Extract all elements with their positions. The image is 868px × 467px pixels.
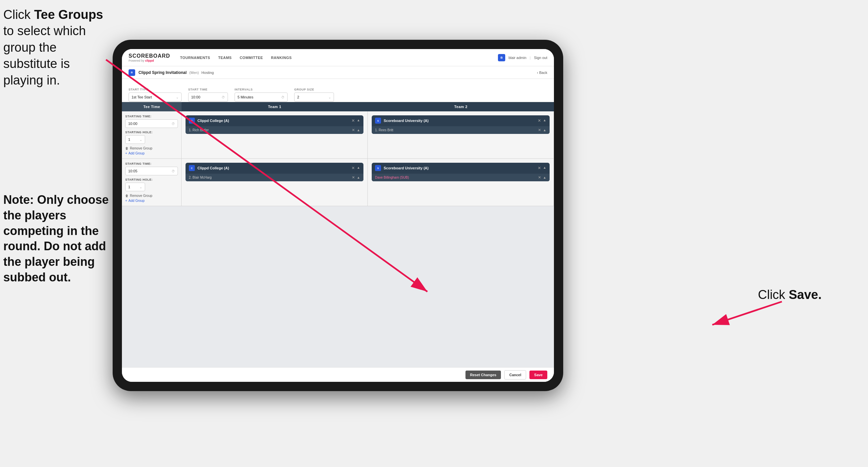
player-name-3: 2. Blair McHarg — [189, 176, 352, 179]
chevron-icon-player-2[interactable]: ▲ — [543, 128, 546, 132]
starting-time-label-2: STARTING TIME: — [125, 162, 178, 166]
time-input-2[interactable]: 10:05 ⏱ — [125, 167, 178, 175]
reset-changes-button[interactable]: Reset Changes — [465, 371, 501, 379]
team-name-2: Scoreboard University (A) — [384, 119, 535, 123]
nav-teams[interactable]: TEAMS — [218, 54, 231, 61]
chevron-up-icon-2[interactable]: ▲ — [543, 118, 546, 123]
clock-icon: ⏱ — [222, 95, 225, 99]
player-name-4: Dave Billingham (SUB) — [375, 176, 538, 179]
instruction-line1: Click — [3, 8, 34, 22]
start-type-label: Start Type — [128, 88, 182, 91]
chevron-up-icon-4[interactable]: ▲ — [543, 166, 546, 170]
admin-name: blair admin — [508, 56, 526, 60]
plus-icon: + — [125, 151, 127, 155]
chevron-up-icon-1[interactable]: ▲ — [357, 118, 360, 123]
chevron-icon-4: ⌄ — [140, 185, 142, 189]
logo-scoreboard: SCOREBOARD — [128, 53, 170, 59]
intervals-input[interactable]: 5 Minutes ⏱ — [235, 92, 287, 102]
team-name-3: Clippd College (A) — [197, 166, 349, 170]
intervals-label: Intervals — [235, 88, 287, 91]
navbar: SCOREBOARD Powered by clippd TOURNAMENTS… — [122, 49, 554, 66]
instruction-bold: Tee Groups — [34, 8, 103, 22]
left-panel-2: STARTING TIME: 10:05 ⏱ STARTING HOLE: 1 … — [122, 159, 182, 206]
back-button[interactable]: ‹ Back — [537, 70, 547, 75]
save-bold: Save. — [789, 288, 822, 301]
note-text: Note: Only choose the players competing … — [3, 192, 109, 285]
chevron-icon-player-3[interactable]: ▲ — [357, 176, 360, 179]
tablet-screen: SCOREBOARD Powered by clippd TOURNAMENTS… — [122, 49, 554, 382]
settings-bar: Start Type 1st Tee Start ⌄ Start Time 10… — [122, 79, 554, 102]
time-input-1[interactable]: 10:00 ⏱ — [125, 119, 178, 128]
trash-icon-2: 🗑 — [125, 194, 128, 198]
plus-icon-2: + — [125, 199, 127, 203]
nav-tournaments[interactable]: TOURNAMENTS — [180, 54, 210, 61]
team-icon-2: S — [375, 118, 381, 124]
group-size-field: Group Size 2 ⌄ — [294, 88, 334, 102]
svg-line-3 — [712, 301, 782, 325]
close-icon-4[interactable]: ✕ — [538, 166, 541, 170]
hosting-badge: Hosting — [202, 70, 214, 75]
nav-items: TOURNAMENTS TEAMS COMMITTEE RANKINGS — [180, 54, 498, 61]
add-group-button-1[interactable]: + Add Group — [125, 151, 178, 155]
team-card-2[interactable]: S Scoreboard University (A) ✕ ▲ 1. Rees … — [372, 115, 550, 134]
start-type-input[interactable]: 1st Tee Start ⌄ — [128, 92, 182, 102]
remove-group-button-1[interactable]: 🗑 Remove Group — [125, 146, 178, 150]
group-size-input[interactable]: 2 ⌄ — [294, 92, 334, 102]
logo-powered: Powered by clippd — [128, 59, 170, 62]
chevron-up-icon-3[interactable]: ▲ — [357, 166, 360, 170]
footer: Reset Changes Cancel Save — [122, 367, 554, 382]
close-icon-2[interactable]: ✕ — [538, 118, 541, 123]
nav-committee[interactable]: COMMITTEE — [240, 54, 263, 61]
table-header: Tee Time Team 1 Team 2 — [122, 102, 554, 111]
add-group-button-2[interactable]: + Add Group — [125, 199, 178, 203]
close-icon-player-3[interactable]: ✕ — [352, 175, 355, 180]
cancel-button[interactable]: Cancel — [504, 370, 526, 379]
start-time-label: Start Time — [188, 88, 228, 91]
close-icon-player-4[interactable]: ✕ — [538, 175, 541, 180]
trash-icon: 🗑 — [125, 146, 128, 150]
clock-icon-2: ⏱ — [281, 95, 285, 99]
team-panel-2-team2: S Scoreboard University (A) ✕ ▲ Dave Bil… — [368, 159, 554, 206]
starting-hole-label-2: STARTING HOLE: — [125, 178, 178, 181]
team-controls-2: ✕ ▲ — [538, 118, 546, 123]
hole-input-1[interactable]: 1 ⌄ — [125, 135, 145, 144]
signout-link[interactable]: Sign out — [534, 56, 547, 60]
nav-rankings[interactable]: RANKINGS — [271, 54, 292, 61]
team-controls-1: ✕ ▲ — [351, 118, 360, 123]
save-button[interactable]: Save — [529, 371, 547, 379]
player-name-1: 1. Rich Butler — [189, 128, 352, 132]
note-bold-prefix: Note: Only choose the players competing … — [3, 193, 108, 284]
instruction-line2: to select which group the substitute is … — [3, 24, 86, 87]
team-card-1[interactable]: C Clippd College (A) ✕ ▲ 1. Rich Butler … — [186, 115, 364, 134]
chevron-down-icon-2: ⌄ — [328, 95, 331, 99]
breadcrumb-subtitle: (Men) — [189, 70, 199, 75]
team-panel-2-team1: C Clippd College (A) ✕ ▲ 2. Blair McHarg… — [182, 159, 368, 206]
close-icon-1[interactable]: ✕ — [351, 118, 355, 123]
avatar: B — [498, 54, 505, 61]
start-time-input[interactable]: 10:00 ⏱ — [188, 92, 228, 102]
team-card-header-2: S Scoreboard University (A) ✕ ▲ — [372, 115, 550, 126]
team-card-4[interactable]: S Scoreboard University (A) ✕ ▲ Dave Bil… — [372, 163, 550, 181]
team1-header: Team 1 — [182, 102, 368, 111]
hole-input-2[interactable]: 1 ⌄ — [125, 183, 145, 191]
close-icon-player-1[interactable]: ✕ — [352, 128, 355, 132]
team-card-header-4: S Scoreboard University (A) ✕ ▲ — [372, 163, 550, 173]
content-area[interactable]: STARTING TIME: 10:00 ⏱ STARTING HOLE: 1 … — [122, 111, 554, 367]
team-controls-3: ✕ ▲ — [351, 166, 360, 170]
team-name-4: Scoreboard University (A) — [384, 166, 535, 170]
close-icon-3[interactable]: ✕ — [351, 166, 355, 170]
remove-group-button-2[interactable]: 🗑 Remove Group — [125, 194, 178, 198]
chevron-icon-player-1[interactable]: ▲ — [357, 128, 360, 132]
breadcrumb-title: Clippd Spring Invitational — [138, 70, 187, 75]
close-icon-player-2[interactable]: ✕ — [538, 128, 541, 132]
nav-right: B blair admin | Sign out — [498, 54, 547, 61]
chevron-icon-player-4[interactable]: ▲ — [543, 176, 546, 179]
team-icon-3: C — [189, 165, 195, 171]
chevron-down-icon: ⌄ — [176, 95, 179, 99]
chevron-icon-3: ⌄ — [140, 138, 142, 142]
tee-time-header: Tee Time — [122, 102, 182, 111]
logo-clippd: clippd — [145, 59, 154, 62]
team-card-3[interactable]: C Clippd College (A) ✕ ▲ 2. Blair McHarg… — [186, 163, 364, 181]
team-icon-1: C — [189, 118, 195, 124]
team2-header: Team 2 — [368, 102, 554, 111]
